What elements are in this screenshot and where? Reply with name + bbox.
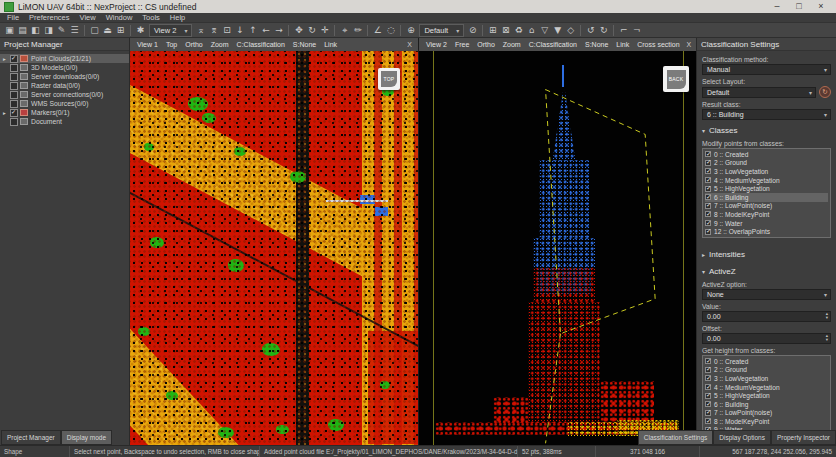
class-row[interactable]: 3 :: LowVegetation: [705, 374, 828, 383]
class-row[interactable]: 2 :: Ground: [705, 366, 828, 375]
classify-point-icon[interactable]: ⌖: [338, 24, 351, 37]
pan-right-icon[interactable]: →: [272, 24, 285, 37]
redo-icon[interactable]: ↻: [597, 24, 610, 37]
view2-orientation-badge[interactable]: BACK: [663, 66, 689, 92]
view-mode-tab[interactable]: Ortho: [181, 41, 207, 48]
view-mode-tab[interactable]: S:None: [581, 41, 612, 48]
tree-checkbox[interactable]: [10, 64, 18, 72]
deselect-rect-icon[interactable]: ⊠: [499, 24, 512, 37]
offset-spinner[interactable]: 0.00 ▴▾: [702, 333, 831, 344]
tree-checkbox[interactable]: [10, 100, 18, 108]
class-checkbox[interactable]: [705, 229, 711, 235]
class-checkbox[interactable]: [705, 211, 711, 217]
view-mode-tab[interactable]: C:Classification: [233, 41, 289, 48]
class-checkbox[interactable]: [705, 160, 711, 166]
select-rect-icon[interactable]: ⊞: [486, 24, 499, 37]
view-mode-tab[interactable]: C:Classification: [525, 41, 581, 48]
panel-tab[interactable]: Classification Settings: [638, 430, 714, 445]
tree-checkbox[interactable]: [10, 73, 18, 81]
edit-project-icon[interactable]: ✎: [55, 24, 68, 37]
expander-icon[interactable]: ▸: [3, 110, 10, 116]
class-checkbox[interactable]: [705, 186, 711, 192]
tree-checkbox[interactable]: [10, 91, 18, 99]
class-checkbox[interactable]: [705, 168, 711, 174]
section-tool-icon[interactable]: ◌: [384, 24, 397, 37]
tree-item[interactable]: Document: [0, 117, 129, 126]
view1-canvas[interactable]: TOP: [130, 51, 418, 445]
save-project-icon[interactable]: ◧: [29, 24, 42, 37]
align-top-icon[interactable]: ⌅: [194, 24, 207, 37]
spin-down-icon[interactable]: ▾: [826, 316, 828, 320]
class-checkbox[interactable]: [705, 203, 711, 209]
class-row[interactable]: 12 :: OverlapPoints: [705, 227, 828, 236]
class-checkbox[interactable]: [705, 384, 711, 390]
pan-left-icon[interactable]: ←: [259, 24, 272, 37]
activez-section-header[interactable]: ActiveZ: [702, 267, 831, 276]
tree-item[interactable]: WMS Sources(0/0): [0, 99, 129, 108]
class-checkbox[interactable]: [705, 418, 711, 424]
filter-below-icon[interactable]: ▽: [538, 24, 551, 37]
class-checkbox[interactable]: [705, 401, 711, 407]
class-row[interactable]: 0 :: Created: [705, 150, 828, 159]
panel-tab[interactable]: Project Manager: [1, 430, 61, 445]
panel-tab[interactable]: Display Options: [713, 430, 771, 445]
menu-item[interactable]: View: [75, 13, 101, 22]
open-project-icon[interactable]: ▤: [16, 24, 29, 37]
project-list-icon[interactable]: ☰: [68, 24, 81, 37]
class-checkbox[interactable]: [705, 367, 711, 373]
class-checkbox[interactable]: [705, 194, 711, 200]
grid-view-icon[interactable]: ⊞: [114, 24, 127, 37]
panel-tab[interactable]: Display mode: [61, 430, 112, 445]
view2-canvas[interactable]: BACK: [419, 51, 696, 445]
rotate-tool-icon[interactable]: ↻: [305, 24, 318, 37]
class-checkbox[interactable]: [705, 177, 711, 183]
view2-close-icon[interactable]: X: [684, 41, 695, 48]
pan-up-icon[interactable]: ↑: [246, 24, 259, 37]
view-mode-tab[interactable]: Zoom: [499, 41, 525, 48]
class-row[interactable]: 6 :: Building: [705, 400, 828, 409]
classes-section-header[interactable]: Classes: [702, 126, 831, 135]
view-mode-tab[interactable]: Link: [612, 41, 633, 48]
filter-above-icon[interactable]: ▼: [551, 24, 564, 37]
classification-method-dropdown[interactable]: Manual: [702, 64, 831, 75]
view-selector-dropdown[interactable]: View 2: [149, 24, 192, 37]
view-settings-icon[interactable]: ✱: [134, 24, 147, 37]
minimize-button[interactable]: –: [766, 0, 788, 13]
menu-item[interactable]: Tools: [137, 13, 165, 22]
undo-icon[interactable]: ↺: [584, 24, 597, 37]
class-row[interactable]: 2 :: Ground: [705, 159, 828, 168]
menu-item[interactable]: Help: [165, 13, 190, 22]
pan-down-icon[interactable]: ↓: [233, 24, 246, 37]
maximize-button[interactable]: □: [788, 0, 810, 13]
view-mode-tab[interactable]: View 1: [133, 41, 162, 48]
refresh-selection-icon[interactable]: ♻: [512, 24, 525, 37]
class-row[interactable]: 0 :: Created: [705, 357, 828, 366]
class-checkbox[interactable]: [705, 375, 711, 381]
activez-option-dropdown[interactable]: None: [702, 289, 831, 300]
close-button[interactable]: ×: [810, 0, 832, 13]
import-data-icon[interactable]: ◨: [42, 24, 55, 37]
window-layout-alt-icon[interactable]: ¬: [630, 24, 643, 37]
ground-classify-icon[interactable]: ⌂: [525, 24, 538, 37]
tree-item[interactable]: 3D Models(0/0): [0, 63, 129, 72]
classify-area-icon[interactable]: ✏: [351, 24, 364, 37]
tree-item[interactable]: ▸ Point Clouds(21/21): [0, 54, 129, 63]
view1-close-icon[interactable]: X: [404, 41, 415, 48]
view-mode-tab[interactable]: Zoom: [207, 41, 233, 48]
align-bottom-icon[interactable]: ⌆: [207, 24, 220, 37]
class-row[interactable]: 8 :: ModelKeyPoint: [705, 210, 828, 219]
result-class-dropdown[interactable]: 6 :: Building: [702, 109, 831, 120]
class-row[interactable]: 9 :: Water: [705, 219, 828, 228]
class-row[interactable]: 5 :: HighVegetation: [705, 184, 828, 193]
layout-selector-dropdown[interactable]: Default: [419, 24, 464, 37]
tree-checkbox[interactable]: [10, 118, 18, 126]
class-row[interactable]: 7 :: LowPoint(noise): [705, 202, 828, 211]
class-row[interactable]: 7 :: LowPoint(noise): [705, 409, 828, 418]
class-checkbox[interactable]: [705, 358, 711, 364]
view1-orientation-badge[interactable]: TOP: [378, 68, 400, 90]
class-checkbox[interactable]: [705, 151, 711, 157]
profile-tool-icon[interactable]: ∠: [371, 24, 384, 37]
view-mode-tab[interactable]: Ortho: [473, 41, 499, 48]
filter-range-icon[interactable]: ◇: [564, 24, 577, 37]
tree-item[interactable]: Server downloads(0/0): [0, 72, 129, 81]
